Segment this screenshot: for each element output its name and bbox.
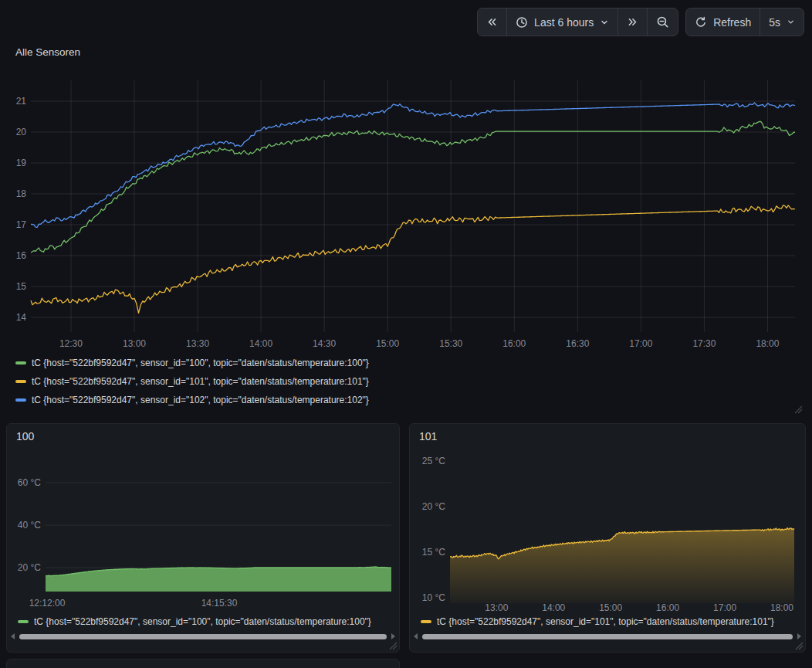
panel-resize-handle[interactable] — [794, 641, 804, 650]
h-scrollbar — [11, 632, 395, 640]
panel-resize-handle[interactable] — [793, 405, 803, 414]
x-axis-label: 14:30 — [313, 338, 336, 349]
panel-resize-handle[interactable] — [388, 641, 398, 650]
time-shift-forward-button[interactable] — [617, 8, 647, 36]
h-scrollbar — [414, 632, 801, 640]
x-axis-label: 12:30 — [59, 338, 83, 349]
legend-swatch — [15, 398, 26, 402]
time-shift-back-button[interactable] — [478, 8, 506, 36]
legend-item[interactable]: tC {host="522bf9592d47", sensor_id="100"… — [18, 615, 393, 628]
refresh-interval-select[interactable]: 5s — [760, 8, 804, 36]
y-axis-label: 15 °C — [422, 547, 445, 558]
time-series-chart[interactable]: 60 °C40 °C20 °C12:12:0014:15:30 — [7, 424, 399, 612]
y-axis-label: 20 °C — [422, 501, 445, 512]
time-series-chart[interactable]: 141516171819202112:3013:0013:3014:0014:3… — [0, 68, 812, 355]
y-axis-label: 60 °C — [18, 477, 41, 488]
y-axis-label: 21 — [16, 96, 27, 107]
y-axis-label: 14 — [16, 312, 27, 323]
scrollbar-thumb[interactable] — [19, 634, 387, 639]
scrollbar-left-arrow[interactable] — [414, 633, 418, 639]
legend-label: tC {host="522bf9592d47", sensor_id="100"… — [32, 358, 369, 368]
y-axis-label: 17 — [16, 219, 27, 230]
series-sensor_101-area — [450, 528, 794, 603]
series-sensor_102-line — [31, 103, 795, 227]
y-axis-label: 16 — [16, 250, 27, 261]
double-chevron-left-icon — [486, 16, 498, 28]
zoom-out-icon — [656, 15, 669, 29]
x-axis-label: 13:00 — [485, 602, 508, 613]
legend: tC {host="522bf9592d47", sensor_id="100"… — [18, 615, 393, 628]
clock-icon — [516, 16, 528, 29]
x-axis-label: 17:00 — [629, 338, 652, 349]
x-axis-label: 17:00 — [713, 602, 736, 613]
scrollbar-thumb[interactable] — [422, 634, 793, 639]
grid: 141516171819202112:3013:0013:3014:0014:3… — [16, 80, 795, 349]
panel-100: 100 60 °C40 °C20 °C12:12:0014:15:30 tC {… — [6, 423, 400, 653]
time-picker-toolbar: Last 6 hours Refresh 5s — [477, 8, 804, 36]
refresh-label: Refresh — [713, 16, 751, 29]
x-axis-label: 17:30 — [692, 338, 716, 349]
time-range-label: Last 6 hours — [534, 16, 594, 29]
legend-item[interactable]: tC {host="522bf9592d47", sensor_id="102"… — [15, 394, 369, 406]
panel-101: 101 25 °C20 °C15 °C10 °C13:0014:0015:001… — [409, 423, 806, 653]
series-sensor_100-line — [31, 121, 795, 253]
legend-swatch — [15, 380, 26, 383]
panel-title[interactable]: Alle Sensoren — [15, 46, 80, 58]
legend-item[interactable]: tC {host="522bf9592d47", sensor_id="101"… — [15, 375, 369, 388]
y-axis-label: 20 — [16, 127, 27, 137]
series-sensor_101-line — [31, 205, 795, 314]
scrollbar-left-arrow[interactable] — [11, 633, 15, 639]
y-axis-label: 25 °C — [422, 456, 445, 466]
legend-label: tC {host="522bf9592d47", sensor_id="100"… — [34, 616, 371, 627]
x-axis-label: 15:00 — [376, 338, 399, 349]
scrollbar-right-arrow[interactable] — [797, 633, 801, 639]
time-range-picker-button[interactable]: Last 6 hours — [506, 8, 617, 36]
refresh-button[interactable]: Refresh — [686, 8, 760, 36]
scrollbar-right-arrow[interactable] — [391, 633, 395, 639]
x-axis-label: 14:00 — [249, 338, 272, 349]
chevron-down-icon — [787, 18, 795, 26]
y-axis-label: 40 °C — [18, 520, 41, 531]
refresh-icon — [695, 16, 707, 29]
x-axis-label: 12:12:00 — [29, 598, 66, 609]
y-axis-label: 15 — [16, 281, 27, 292]
x-axis-label: 18:00 — [770, 602, 793, 613]
refresh-interval-value: 5s — [769, 16, 780, 29]
y-axis-label: 20 °C — [18, 562, 41, 573]
time-range-group: Last 6 hours — [477, 8, 678, 36]
time-series-chart[interactable]: 25 °C20 °C15 °C10 °C13:0014:0015:0016:00… — [410, 424, 805, 617]
x-axis-label: 13:30 — [186, 338, 209, 349]
legend-swatch — [15, 361, 26, 365]
y-axis-label: 18 — [16, 188, 27, 199]
chevron-down-icon — [600, 18, 609, 27]
zoom-out-time-button[interactable] — [647, 8, 678, 36]
panel-102: 102 — [6, 659, 400, 668]
grafana-dashboard: { "toolbar": { "time_range_label": "Last… — [0, 0, 812, 668]
legend-swatch — [18, 620, 29, 623]
x-axis-label: 14:00 — [542, 602, 565, 613]
refresh-group: Refresh 5s — [685, 8, 804, 36]
y-axis-label: 10 °C — [422, 592, 445, 603]
x-axis-label: 14:15:30 — [201, 598, 238, 609]
legend: tC {host="522bf9592d47", sensor_id="101"… — [421, 615, 799, 628]
x-axis-label: 18:00 — [756, 338, 779, 349]
x-axis-label: 13:00 — [123, 338, 146, 349]
legend: tC {host="522bf9592d47", sensor_id="100"… — [15, 357, 369, 406]
double-chevron-right-icon — [627, 16, 638, 28]
legend-item[interactable]: tC {host="522bf9592d47", sensor_id="100"… — [15, 357, 369, 369]
x-axis-label: 16:30 — [566, 338, 589, 349]
legend-swatch — [421, 620, 431, 623]
x-axis-label: 16:00 — [656, 602, 679, 613]
legend-label: tC {host="522bf9592d47", sensor_id="102"… — [32, 395, 369, 405]
x-axis-label: 15:00 — [599, 602, 622, 613]
x-axis-label: 15:30 — [439, 338, 462, 349]
legend-item[interactable]: tC {host="522bf9592d47", sensor_id="101"… — [421, 615, 799, 628]
x-axis-label: 16:00 — [502, 338, 526, 349]
y-axis-label: 19 — [16, 158, 27, 168]
legend-label: tC {host="522bf9592d47", sensor_id="101"… — [32, 376, 369, 387]
legend-label: tC {host="522bf9592d47", sensor_id="101"… — [437, 616, 774, 627]
